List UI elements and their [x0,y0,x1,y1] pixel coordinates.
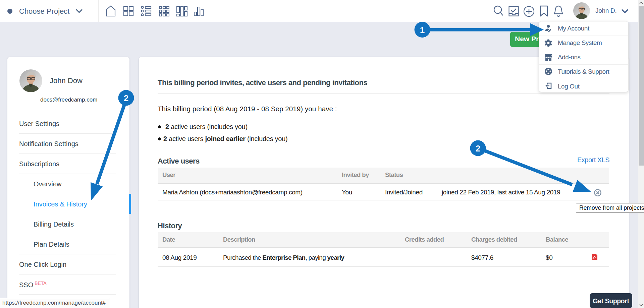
svg-text:2: 2 [124,93,128,103]
svg-text:2: 2 [476,143,480,153]
svg-text:1: 1 [420,25,425,35]
